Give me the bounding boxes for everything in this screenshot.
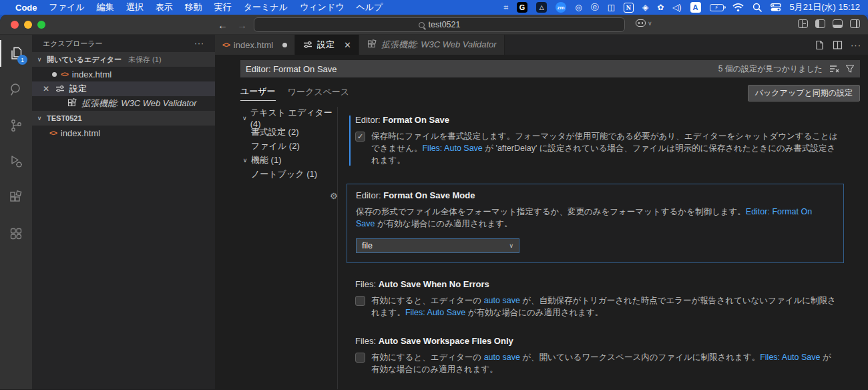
input-source-icon[interactable]: A (690, 2, 701, 13)
krisp-icon[interactable]: ◎ (575, 3, 582, 12)
description-text: が有効な場合にのみ適用されます。 (465, 308, 603, 317)
menu-help[interactable]: ヘルプ (350, 1, 389, 13)
activitybar-run-debug[interactable] (0, 148, 32, 175)
setting-auto-save-when-no-errors: Files: Auto Save When No Errors 有効にすると、エ… (355, 279, 839, 319)
dirty-dot-icon[interactable] (282, 43, 287, 47)
setting-link[interactable]: auto save (484, 296, 520, 305)
window-titlebar[interactable]: ← → test0521 ∨ (0, 15, 868, 35)
menu-selection[interactable]: 選択 (120, 1, 150, 13)
warp-icon[interactable]: △ (536, 2, 547, 13)
command-center-search[interactable]: test0521 (254, 17, 625, 32)
activitybar-explorer[interactable]: 1 (0, 40, 32, 67)
zoom-window-button[interactable] (37, 21, 45, 29)
back-icon[interactable]: ← (218, 19, 228, 31)
settings-search-input[interactable]: Editor: Format On Save 5 個の設定が見つかりました (240, 60, 860, 77)
activitybar-custom-extension[interactable] (0, 220, 32, 247)
html-file-icon: <> (61, 70, 68, 78)
setting-link[interactable]: auto save (484, 353, 520, 362)
window-manager-icon[interactable]: ◫ (608, 3, 615, 12)
battery-icon[interactable]: ⚡ (710, 4, 724, 11)
ghub-icon[interactable]: G (517, 2, 527, 13)
menu-code[interactable]: Code (9, 3, 43, 13)
clear-search-icon[interactable] (829, 64, 840, 73)
toc-features[interactable]: ∨機能 (1) (240, 153, 337, 167)
open-editor-index-html[interactable]: <> index.html (32, 67, 215, 81)
copilot-menu[interactable]: ∨ (636, 19, 652, 27)
open-settings-json-icon[interactable] (815, 40, 825, 50)
wifi-icon[interactable] (732, 3, 744, 12)
notion-icon[interactable]: N (624, 3, 634, 13)
activitybar-source-control[interactable] (0, 112, 32, 139)
menu-file[interactable]: ファイル (43, 1, 91, 13)
setting-link[interactable]: Files: Auto Save (422, 144, 482, 153)
folder-header-test0521[interactable]: ∨ TEST0521 (32, 111, 215, 126)
toc-files[interactable]: ファイル (2) (240, 139, 337, 153)
settings-result-count: 5 個の設定が見つかりました (718, 63, 823, 75)
chevron-down-icon: ∨ (509, 242, 513, 249)
close-icon[interactable]: ✕ (344, 40, 351, 50)
charging-bolt-icon: ⚡ (714, 5, 718, 11)
activitybar-search[interactable] (0, 76, 32, 103)
pinwheel-icon[interactable]: ✿ (657, 3, 664, 12)
control-center-icon[interactable] (771, 3, 781, 11)
tab-workspace[interactable]: ワークスペース (288, 86, 350, 101)
sidebar-title: エクスプローラー (43, 39, 103, 49)
file-index-html[interactable]: <> index.html (32, 126, 215, 140)
gear-icon[interactable]: ⚙ (330, 191, 338, 201)
setting-link[interactable]: Files: Auto Save (760, 353, 820, 362)
more-actions-icon[interactable]: ··· (194, 39, 204, 48)
activitybar-extensions[interactable] (0, 184, 32, 211)
open-editors-header[interactable]: ∨ 開いているエディター 未保存 (1) (32, 52, 215, 67)
auto-save-workspace-only-checkbox[interactable] (355, 353, 365, 363)
tab-index-html[interactable]: <> index.html (215, 35, 295, 55)
minimize-window-button[interactable] (24, 21, 32, 29)
toggle-panel-icon[interactable] (833, 19, 843, 28)
toc-label: ファイル (2) (251, 140, 300, 152)
settings-search-value: Editor: Format On Save (246, 64, 337, 74)
e-circle-icon[interactable]: ⓔ (591, 2, 599, 13)
menu-terminal[interactable]: ターミナル (238, 1, 294, 13)
close-window-button[interactable] (11, 21, 19, 29)
toggle-secondary-sidebar-icon[interactable] (850, 19, 860, 28)
format-on-save-mode-select[interactable]: file ∨ (356, 238, 519, 253)
unsaved-badge: 未保存 (1) (128, 55, 162, 65)
spotlight-search-icon[interactable] (752, 3, 762, 12)
menu-view[interactable]: 表示 (150, 1, 179, 13)
menu-run[interactable]: 実行 (208, 1, 238, 13)
description-text: 保存の形式でファイル全体をフォーマット指定するか、変更のみをフォーマットするかを… (356, 207, 746, 216)
shield-icon[interactable]: ◈ (642, 3, 648, 12)
tab-user[interactable]: ユーザー (240, 85, 276, 101)
toggle-primary-sidebar-icon[interactable] (815, 19, 825, 28)
toc-notebook[interactable]: ノートブック (1) (240, 167, 337, 181)
setting-description: 保存時にファイルを書式設定します。フォーマッタが使用可能である必要があり、エディ… (371, 130, 839, 166)
setting-title: Files: Auto Save When No Errors (355, 279, 839, 289)
setting-link[interactable]: Files: Auto Save (405, 308, 465, 317)
toc-label: ノートブック (1) (251, 168, 317, 180)
customize-layout-icon[interactable] (798, 19, 808, 28)
forward-icon[interactable]: → (237, 19, 247, 31)
menubar-clock[interactable]: 5月21日(水) 15:12 (790, 1, 861, 13)
backup-sync-settings-button[interactable]: バックアップと同期の設定 (748, 85, 860, 102)
split-editor-icon[interactable] (833, 40, 843, 50)
menu-edit[interactable]: 編集 (91, 1, 120, 13)
open-editor-label: 拡張機能: W3C Web Validator (81, 98, 197, 110)
close-icon[interactable]: ✕ (41, 84, 51, 93)
open-editor-extension[interactable]: 拡張機能: W3C Web Validator (32, 96, 215, 111)
open-editor-settings[interactable]: ✕ 設定 (32, 81, 215, 96)
chevron-down-icon: ∨ (35, 115, 44, 122)
more-actions-icon[interactable]: ··· (851, 40, 861, 50)
tab-settings[interactable]: 設定 ✕ (295, 35, 359, 55)
filter-icon[interactable] (845, 64, 855, 73)
clip-icon[interactable]: ⌗ (503, 3, 508, 12)
tab-extension-w3c[interactable]: 拡張機能: W3C Web Validator (359, 35, 505, 55)
zoom-icon[interactable]: zm (556, 2, 566, 13)
menu-window[interactable]: ウィンドウ (294, 1, 351, 13)
volume-icon[interactable]: ◁) (672, 3, 681, 12)
format-on-save-checkbox[interactable]: ✓ (355, 132, 365, 142)
extension-icon (67, 98, 77, 109)
setting-title: Files: Auto Save Workspace Files Only (355, 336, 839, 346)
toc-text-editor[interactable]: ∨テキスト エディター (4) (240, 111, 337, 125)
auto-save-no-errors-checkbox[interactable] (355, 296, 365, 306)
menu-go[interactable]: 移動 (179, 1, 208, 13)
open-editor-label: 設定 (69, 83, 87, 95)
